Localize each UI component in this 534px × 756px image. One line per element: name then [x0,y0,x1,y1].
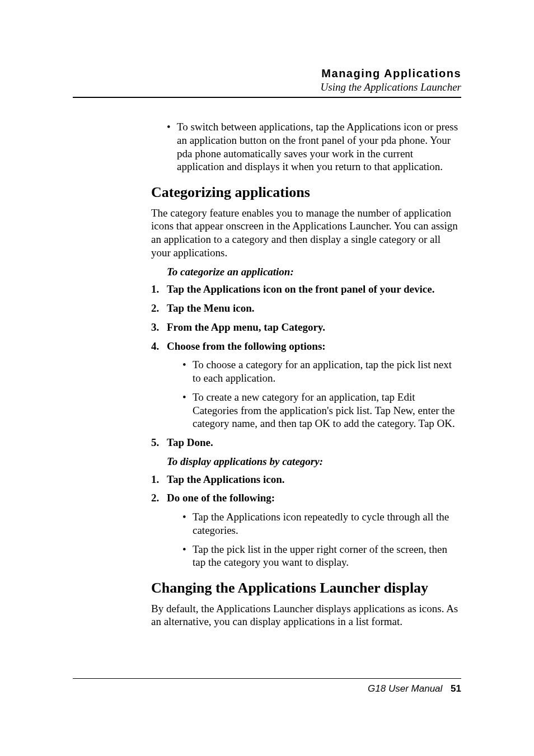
bullet-text: Tap the Applications icon repeatedly to … [193,510,461,537]
procB-step2-bullet-1: • Tap the Applications icon repeatedly t… [182,510,461,537]
footer-text: G18 User Manual 51 [73,683,461,694]
bullet-icon: • [182,391,193,430]
step-text: Do one of the following: [167,491,461,505]
procB-step-2: 2. Do one of the following: [167,491,461,505]
procB-step2-bullet-2: • Tap the pick list in the upper right c… [182,543,461,570]
step-number: 1. [151,283,167,296]
procA-step-3: 3. From the App menu, tap Category. [167,321,461,334]
step-number: 2. [151,302,167,315]
procA-step-1: 1. Tap the Applications icon on the fron… [167,283,461,296]
procA-step-2: 2. Tap the Menu icon. [167,302,461,315]
intro-bullet-text: To switch between applications, tap the … [177,120,461,173]
procA-step-5: 5. Tap Done. [167,436,461,449]
step-text: From the App menu, tap Category. [167,321,461,334]
section2-para: By default, the Applications Launcher di… [151,602,461,629]
step-text: Tap Done. [167,436,461,449]
page-footer: G18 User Manual 51 [73,678,461,694]
content-area: • To switch between applications, tap th… [151,120,461,628]
step-number: 5. [151,436,167,449]
bullet-icon: • [182,510,193,537]
step-text: Choose from the following options: [167,340,461,353]
bullet-icon: • [182,358,193,385]
page-number: 51 [451,683,461,694]
bullet-text: To create a new category for an applicat… [193,391,461,430]
section-breadcrumb: Using the Applications Launcher [73,81,461,93]
bullet-text: To choose a category for an application,… [193,358,461,385]
procB-step-1: 1. Tap the Applications icon. [167,473,461,486]
heading-categorizing: Categorizing applications [151,184,461,202]
intro-bullet: • To switch between applications, tap th… [167,120,461,173]
step-text: Tap the Applications icon on the front p… [167,283,461,296]
bullet-text: Tap the pick list in the upper right cor… [193,543,461,570]
page: Managing Applications Using the Applicat… [0,0,534,756]
chapter-title: Managing Applications [73,67,461,80]
step-text: Tap the Menu icon. [167,302,461,315]
section1-para: The category feature enables you to mana… [151,206,461,260]
page-header: Managing Applications Using the Applicat… [73,67,461,93]
header-rule [73,97,461,98]
bullet-icon: • [182,543,193,570]
step-number: 1. [151,473,167,486]
procA-step-4: 4. Choose from the following options: [167,340,461,353]
procA-title: To categorize an application: [167,265,461,279]
footer-rule [73,678,461,679]
procA-step4-bullet-1: • To choose a category for an applicatio… [182,358,461,385]
step-number: 2. [151,491,167,505]
step-number: 3. [151,321,167,334]
procA-step4-bullet-2: • To create a new category for an applic… [182,391,461,430]
manual-name: G18 User Manual [368,683,442,694]
heading-changing-display: Changing the Applications Launcher displ… [151,579,461,598]
step-number: 4. [151,340,167,353]
bullet-icon: • [167,120,177,173]
procB-title: To display applications by category: [167,455,461,468]
step-text: Tap the Applications icon. [167,473,461,486]
